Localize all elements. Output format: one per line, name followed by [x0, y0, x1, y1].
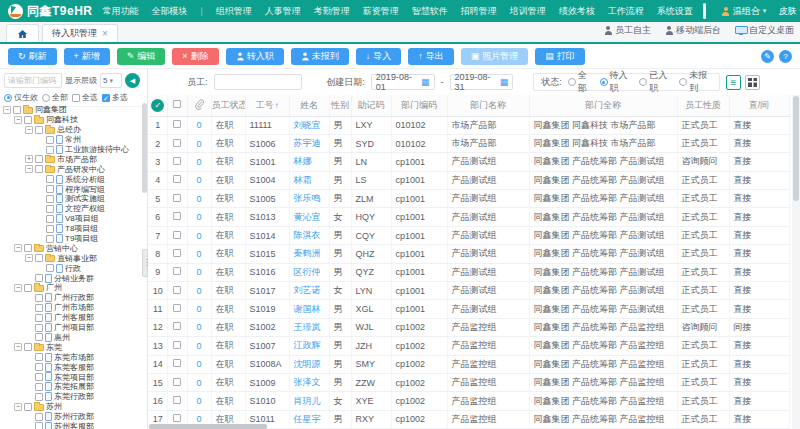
radio-icon[interactable] [679, 78, 687, 86]
tree-checkbox[interactable] [24, 284, 32, 292]
attachment-count-link[interactable]: 0 [196, 286, 201, 296]
employee-name-link[interactable]: 刘艺诺 [289, 282, 329, 300]
toolbar-button-4[interactable]: ×删除 [172, 48, 218, 65]
select-menu-icon[interactable]: ✓ [151, 99, 164, 112]
toolbar-button-8[interactable]: ↑导出 [408, 48, 454, 65]
skin-menu[interactable]: 皮肤 ▾ [778, 5, 800, 18]
panel-splitter[interactable]: ⋮ [142, 249, 148, 277]
row-checkbox[interactable] [173, 212, 181, 220]
tree-checkbox[interactable] [35, 333, 43, 341]
column-header-status[interactable]: 员工状态 [211, 95, 245, 116]
row-checkbox[interactable] [173, 249, 181, 257]
collapse-icon[interactable]: − [14, 343, 22, 351]
employee-name-link[interactable]: 苏宇迪 [289, 134, 329, 152]
table-row[interactable]: 130在职S1007江政辉男JZHcp1002产品监控组同鑫集团 产品统筹部 产… [149, 337, 789, 355]
attachment-count-link[interactable]: 0 [196, 322, 201, 332]
column-header-mnemonic[interactable]: 助记码 [351, 95, 391, 116]
checkbox-icon[interactable]: ✓ [102, 94, 110, 102]
tree-checkbox[interactable] [46, 205, 54, 213]
tree-checkbox[interactable] [46, 235, 54, 243]
check-option-2[interactable]: ✓多选 [102, 92, 128, 103]
tree-checkbox[interactable] [35, 165, 43, 173]
tree-checkbox[interactable] [35, 363, 43, 371]
column-header-gender[interactable]: 性别 [329, 95, 351, 116]
status-option-1[interactable]: 全部 [568, 69, 593, 95]
toolbar-button-5[interactable]: 转入职 [226, 48, 284, 65]
column-header-emp_nature[interactable]: 员工性质 [677, 95, 729, 116]
tree-node[interactable]: 广州项目部 [3, 323, 141, 333]
table-row[interactable]: 80在职S1015秦鹤洲男QHZcp1001产品测试组同鑫集团 产品统筹部 产品… [149, 245, 789, 263]
scope-option-1[interactable]: 仅生效 [4, 92, 38, 103]
topmenu-item-10[interactable]: 绩效考核 [559, 5, 595, 18]
row-checkbox[interactable] [173, 396, 181, 404]
table-horizontal-scrollbar[interactable] [149, 424, 449, 429]
user-menu[interactable]: 温组合 ▾ [722, 5, 767, 18]
table-row[interactable]: 40在职S1004林霜男LScp1001产品测试组同鑫集团 产品统筹部 产品测试… [149, 171, 789, 189]
tree-node[interactable]: 惠州 [3, 332, 141, 342]
tree-checkbox[interactable] [46, 175, 54, 183]
table-row[interactable]: 10在职11111刘晓宜男LXY010102市场产品部同鑫集团 同鑫科技 市场产… [149, 116, 789, 134]
collapse-icon[interactable]: − [14, 116, 22, 124]
help-icon[interactable]: ? [779, 50, 792, 63]
tab-home[interactable] [6, 24, 39, 42]
topmenu-item-2[interactable]: 全部模块 [152, 5, 188, 18]
topmenu-item-6[interactable]: 薪资管理 [363, 5, 399, 18]
table-row[interactable]: 30在职S1001林娜男LNcp1001产品测试组同鑫集团 产品统筹部 产品测试… [149, 153, 789, 171]
column-header-name[interactable]: 姓名 [289, 95, 329, 116]
tree-checkbox[interactable] [35, 254, 43, 262]
employee-name-link[interactable]: 张乐鸣 [289, 190, 329, 208]
tree-checkbox[interactable] [35, 274, 43, 282]
topmenu-item-5[interactable]: 考勤管理 [314, 5, 350, 18]
column-header-num[interactable]: ✓ [149, 95, 167, 116]
edit-settings-icon[interactable]: ✎ [761, 50, 774, 63]
topmenu-item-7[interactable]: 智慧软件 [412, 5, 448, 18]
tree-checkbox[interactable] [35, 383, 43, 391]
employee-name-link[interactable]: 区衍仲 [289, 263, 329, 281]
employee-name-link[interactable]: 林霜 [289, 171, 329, 189]
check-option-1[interactable]: 全选 [72, 92, 98, 103]
tree-checkbox[interactable] [35, 413, 43, 421]
attachment-count-link[interactable]: 0 [196, 414, 201, 424]
tree-checkbox[interactable] [24, 343, 32, 351]
tree-node[interactable]: 分销业务群 [3, 273, 141, 283]
tree-checkbox[interactable] [46, 146, 54, 154]
table-row[interactable]: 70在职S1014陈淇衣男CQYcp1001产品测试组同鑫集团 产品统筹部 产品… [149, 226, 789, 244]
tab-pending-onboard[interactable]: 待入职管理 × [42, 24, 118, 42]
tree-checkbox[interactable] [24, 244, 32, 252]
tree-checkbox[interactable] [13, 106, 21, 114]
collapse-icon[interactable]: − [25, 254, 33, 262]
calendar-icon[interactable]: ▦ [500, 77, 509, 87]
toolbar-button-2[interactable]: +新增 [64, 48, 110, 65]
table-row[interactable]: 60在职S1013黄沁宜女HQYcp1001产品测试组同鑫集团 产品统筹部 产品… [149, 208, 789, 226]
tree-checkbox[interactable] [35, 314, 43, 322]
attachment-count-link[interactable]: 0 [196, 231, 201, 241]
attachment-count-link[interactable]: 0 [196, 267, 201, 277]
topmenu-item-9[interactable]: 培训管理 [510, 5, 546, 18]
table-row[interactable]: 160在职S1010肖玥儿女XYEcp1002产品监控组同鑫集团 产品统筹部 产… [149, 392, 789, 410]
table-row[interactable]: 100在职S1017刘艺诺女LYNcp1001产品测试组同鑫集团 产品统筹部 产… [149, 282, 789, 300]
column-header-direct[interactable]: 直/间 [729, 95, 789, 116]
column-header-dept_code[interactable]: 部门编码 [391, 95, 447, 116]
tree-node[interactable]: 东莞行政部 [3, 392, 141, 402]
employee-name-link[interactable]: 黄沁宜 [289, 208, 329, 226]
tree-checkbox[interactable] [35, 353, 43, 361]
row-checkbox[interactable] [173, 378, 181, 386]
table-row[interactable]: 140在职S1008A沈明源男SMYcp1002产品监控组同鑫集团 产品统筹部 … [149, 355, 789, 373]
tree-checkbox[interactable] [35, 294, 43, 302]
scrollbar-thumb[interactable] [149, 424, 267, 429]
grid-view-toggle[interactable] [745, 75, 760, 90]
radio-icon[interactable] [600, 78, 608, 86]
row-checkbox[interactable] [173, 194, 181, 202]
row-checkbox[interactable] [173, 120, 181, 128]
row-checkbox[interactable] [173, 341, 181, 349]
date-from-input[interactable]: 2019-08-01 ▦ [371, 74, 435, 90]
toolbar-button-3[interactable]: ✎编辑 [117, 48, 166, 65]
collapse-icon[interactable]: − [25, 165, 33, 173]
column-header-dept_full[interactable]: 部门全称 [529, 95, 677, 116]
tree-checkbox[interactable] [24, 403, 32, 411]
tree-checkbox[interactable] [35, 304, 43, 312]
row-checkbox[interactable] [173, 175, 181, 183]
tree-checkbox[interactable] [46, 264, 54, 272]
table-row[interactable]: 110在职S1019谢国林男XGLcp1001产品测试组同鑫集团 产品统筹部 产… [149, 300, 789, 318]
tree-node[interactable]: 苏州客服部 [3, 422, 141, 429]
